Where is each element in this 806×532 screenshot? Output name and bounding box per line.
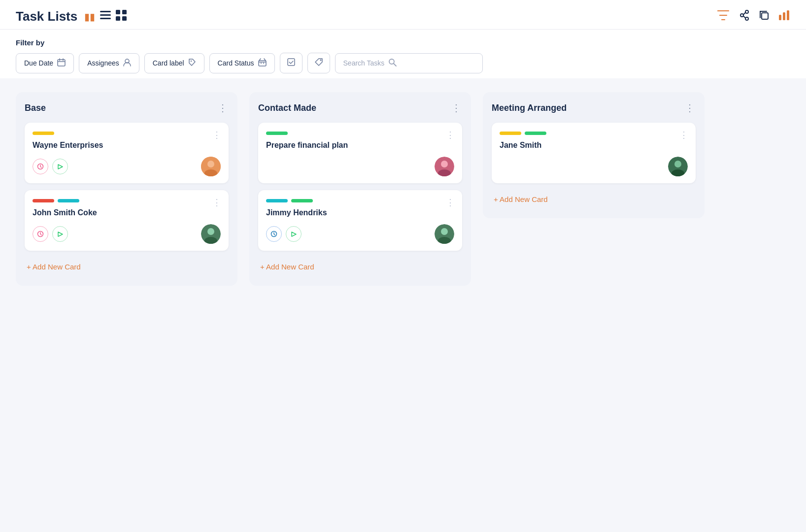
column-meeting-arranged-title: Meeting Arranged [492,103,567,113]
card-jimmy: ⋮ Jimmy Hendriks [258,190,462,251]
tag-yellow2 [500,132,521,135]
svg-rect-23 [288,59,295,66]
svg-point-36 [441,161,448,167]
svg-point-8 [745,10,748,13]
chart-icon[interactable] [778,10,790,24]
card-john-avatar [201,224,221,244]
grid-view-icon[interactable] [116,10,127,23]
card-wayne-menu[interactable]: ⋮ [212,130,222,140]
card-jane: ⋮ Jane Smith [492,123,696,183]
svg-rect-5 [116,16,120,21]
column-contact-made-header: Contact Made ⋮ [258,102,462,114]
card-jane-avatar [668,157,688,176]
check-filter[interactable] [280,53,302,73]
due-date-label: Due Date [24,59,53,67]
card-jimmy-clock-btn[interactable] [266,226,282,242]
filter-label: Filter by [16,38,790,47]
card-jimmy-avatar [435,224,454,244]
column-contact-made-title: Contact Made [258,103,316,113]
header: Task Lists ▮▮ [0,0,806,30]
tag-green [266,132,288,135]
card-wayne-play-btn[interactable] [52,159,68,174]
card-john-clock-btn[interactable] [33,226,48,242]
card-label-filter[interactable]: Card label [144,53,204,73]
column-base-title: Base [25,103,46,113]
svg-point-33 [207,228,214,235]
base-add-card-btn[interactable]: + Add New Card [25,258,229,276]
column-base-header: Base ⋮ [25,102,229,114]
card-jimmy-actions [266,226,302,242]
svg-rect-0 [100,11,111,12]
svg-point-43 [674,161,681,167]
column-base: Base ⋮ ⋮ Wayne Enterprises [16,92,237,286]
filter-bar: Due Date Assignees Card labe [16,53,790,73]
card-financial-title: Prepare financial plan [266,141,454,150]
card-jimmy-tags [266,199,454,202]
filter-section: Filter by Due Date Assignees [0,30,806,78]
column-contact-made-menu[interactable]: ⋮ [451,102,462,114]
column-meeting-arranged: Meeting Arranged ⋮ ⋮ Jane Smith [483,92,705,218]
card-status-label: Card Status [218,59,254,67]
person-icon [123,58,131,68]
calendar-icon [57,58,66,68]
svg-line-26 [394,64,396,66]
meeting-arranged-add-card-btn[interactable]: + Add New Card [492,190,696,208]
svg-point-7 [740,14,743,17]
card-john-actions [33,226,68,242]
svg-line-10 [743,12,745,14]
card-status-filter[interactable]: Card Status [209,53,275,73]
card-jane-tags [500,132,688,135]
board-view-icon[interactable]: ▮▮ [84,11,95,23]
card-john-title: John Smith Coke [33,208,221,217]
check-icon [287,58,296,68]
tag-cyan [58,199,79,202]
contact-made-add-card-btn[interactable]: + Add New Card [258,258,462,276]
due-date-filter[interactable]: Due Date [16,53,74,73]
card-jane-footer [500,157,688,176]
svg-point-29 [207,161,214,167]
card-financial-avatar [435,157,454,176]
assignees-label: Assignees [87,59,119,67]
box-icon [258,58,267,68]
card-john-menu[interactable]: ⋮ [212,197,222,208]
column-meeting-arranged-menu[interactable]: ⋮ [685,102,696,114]
svg-rect-1 [100,14,111,16]
tag-filter[interactable] [307,53,330,73]
card-jimmy-title: Jimmy Hendriks [266,208,454,217]
filter-icon[interactable] [717,10,729,24]
svg-point-21 [190,60,192,62]
svg-rect-4 [122,10,127,14]
column-base-menu[interactable]: ⋮ [218,102,229,114]
header-view-icons: ▮▮ [84,10,127,23]
svg-rect-6 [122,16,127,21]
tag-icon [314,58,323,68]
search-tasks-filter[interactable]: Search Tasks [335,53,483,73]
card-financial-menu[interactable]: ⋮ [446,130,455,140]
board: Base ⋮ ⋮ Wayne Enterprises [0,78,806,299]
tag-green3 [525,132,546,135]
list-view-icon[interactable] [100,11,111,22]
svg-point-40 [441,228,448,235]
search-tasks-label: Search Tasks [343,59,385,67]
card-financial-footer [266,157,454,176]
card-jane-menu[interactable]: ⋮ [679,130,689,140]
svg-rect-16 [58,60,65,66]
tag-cyan2 [266,199,288,202]
copy-icon[interactable] [759,10,770,24]
tag-red [33,199,54,202]
svg-rect-13 [779,15,781,20]
card-jimmy-play-btn[interactable] [286,226,302,242]
search-icon [388,58,397,68]
column-meeting-arranged-header: Meeting Arranged ⋮ [492,102,696,114]
card-label-label: Card label [153,59,184,67]
assignees-filter[interactable]: Assignees [79,53,139,73]
card-wayne: ⋮ Wayne Enterprises [25,123,229,183]
card-wayne-clock-btn[interactable] [33,159,48,174]
tag-yellow [33,132,54,135]
card-jimmy-menu[interactable]: ⋮ [446,197,455,208]
svg-point-9 [745,17,748,20]
card-john-play-btn[interactable] [52,226,68,242]
card-john: ⋮ John Smith Coke [25,190,229,251]
share-icon[interactable] [738,9,750,24]
card-financial: ⋮ Prepare financial plan [258,123,462,183]
